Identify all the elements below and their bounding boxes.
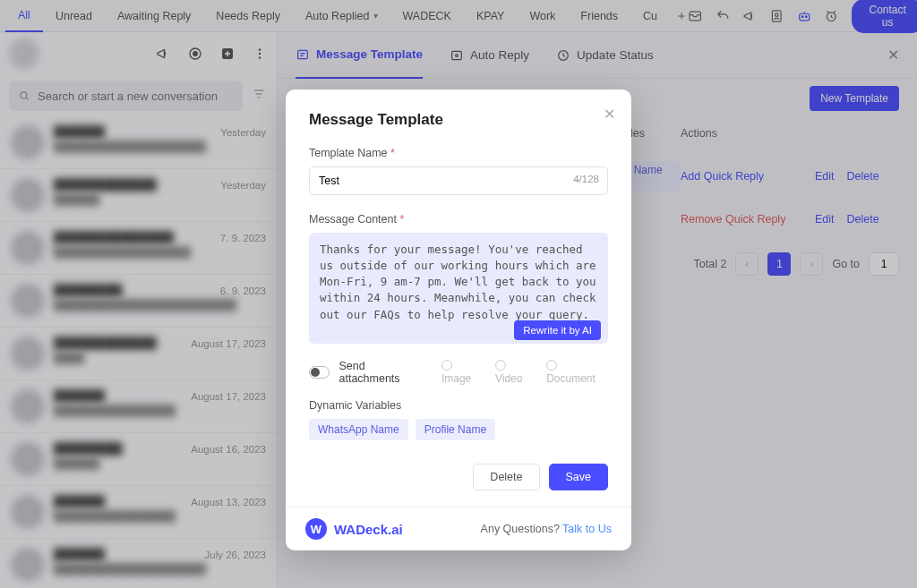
send-attachments-row: Send attachments ImageVideoDocument xyxy=(309,360,608,385)
send-attachments-toggle[interactable] xyxy=(309,366,330,379)
dynamic-variable-chips: WhatsApp NameProfile Name xyxy=(309,419,608,440)
template-name-label: Template Name * xyxy=(309,147,608,159)
modal-overlay: Message Template ✕ Template Name * 4/128… xyxy=(0,0,917,588)
talk-to-us-link[interactable]: Talk to Us xyxy=(562,523,612,535)
template-name-counter: 4/128 xyxy=(573,174,599,184)
modal-title: Message Template xyxy=(309,111,608,129)
brand-logo-icon: W xyxy=(305,518,327,540)
variable-chip-profile-name[interactable]: Profile Name xyxy=(416,419,495,440)
message-content-label: Message Content * xyxy=(309,213,608,226)
rewrite-ai-button[interactable]: Rewrite it by AI xyxy=(514,320,601,340)
modal-delete-button[interactable]: Delete xyxy=(473,464,539,490)
brand: W WADeck.ai xyxy=(305,518,403,540)
modal-actions: Delete Save xyxy=(309,464,608,490)
message-template-modal: Message Template ✕ Template Name * 4/128… xyxy=(286,89,631,550)
attach-option-video: Video xyxy=(495,360,536,385)
attach-option-document: Document xyxy=(546,360,608,385)
variable-chip-whatsapp-name[interactable]: WhatsApp Name xyxy=(309,419,408,440)
template-name-input[interactable] xyxy=(309,166,608,195)
footer-question: Any Questions? Talk to Us xyxy=(481,523,612,535)
brand-name: WADeck.ai xyxy=(334,522,403,537)
attach-option-image: Image xyxy=(441,360,484,385)
modal-close-icon[interactable]: ✕ xyxy=(604,106,615,123)
modal-footer: W WADeck.ai Any Questions? Talk to Us xyxy=(286,507,631,550)
modal-save-button[interactable]: Save xyxy=(549,464,609,490)
attachment-options: ImageVideoDocument xyxy=(441,360,608,385)
dynamic-variables-label: Dynamic Variables xyxy=(309,399,608,412)
send-attachments-label: Send attachments xyxy=(339,360,426,385)
